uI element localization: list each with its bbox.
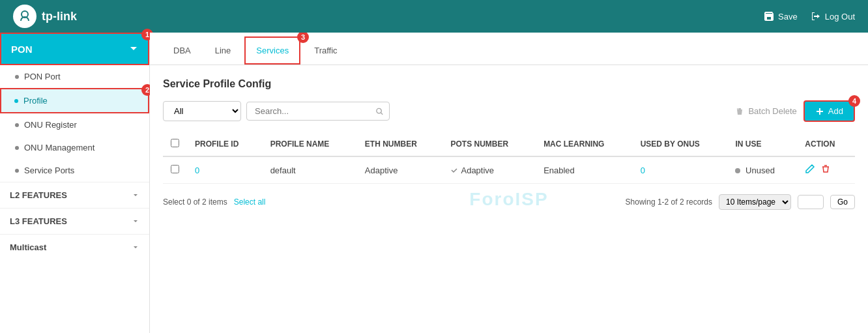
logout-label: Log Out <box>825 12 855 22</box>
add-label: Add <box>828 106 843 116</box>
sidebar-dropdown-label: PON <box>11 44 33 55</box>
header-actions: Save Log Out <box>764 11 855 22</box>
tab-dba[interactable]: DBA <box>163 38 201 65</box>
sidebar-pon-dropdown[interactable]: PON <box>0 33 149 65</box>
sidebar-item-onu-management[interactable]: ONU Management <box>0 136 149 159</box>
status-dot-icon <box>735 168 740 173</box>
sidebar-section-label: Multicast <box>10 242 46 252</box>
save-label: Save <box>778 12 798 22</box>
trash-icon <box>735 107 744 116</box>
delete-button[interactable] <box>820 164 831 177</box>
dot-icon <box>15 169 19 173</box>
col-pots-number: POTS NUMBER <box>442 132 536 156</box>
batch-delete-button[interactable]: Batch Delete <box>735 106 796 116</box>
cell-profile-id: 0 <box>187 156 263 184</box>
col-in-use: IN USE <box>727 132 797 156</box>
tab-bar: DBA Line Services 3 Traffic <box>150 33 868 65</box>
dot-icon <box>15 123 19 127</box>
used-by-onus-link[interactable]: 0 <box>641 166 645 175</box>
plus-icon <box>815 107 824 116</box>
page-input[interactable] <box>798 195 824 209</box>
toolbar-right: Batch Delete Add 4 <box>735 100 855 122</box>
sidebar-item-pon-port[interactable]: PON Port <box>0 65 149 88</box>
sidebar-section-multicast[interactable]: Multicast <box>0 234 149 260</box>
col-profile-id: PROFILE ID <box>187 132 263 156</box>
action-buttons <box>805 164 847 177</box>
sidebar-item-label: ONU Register <box>24 120 77 130</box>
select-count-label: Select 0 of 2 items <box>163 197 227 207</box>
row-checkbox-cell <box>163 156 187 184</box>
search-input[interactable] <box>252 102 375 120</box>
cell-eth-number: Adaptive <box>357 156 443 184</box>
sidebar-item-profile[interactable]: Profile <box>0 88 149 113</box>
delete-icon <box>820 164 831 174</box>
annotation-badge-4: 4 <box>848 95 860 107</box>
tab-line[interactable]: Line <box>205 38 242 65</box>
header: tp-link Save Log Out <box>0 0 868 33</box>
footer-right: Showing 1-2 of 2 records 10 Items/page G… <box>626 194 855 210</box>
row-checkbox[interactable] <box>171 165 179 173</box>
cell-mac-learning: Enabled <box>536 156 633 184</box>
table-footer: Select 0 of 2 items Select all Showing 1… <box>163 194 855 210</box>
search-box <box>246 102 390 121</box>
profile-id-link[interactable]: 0 <box>195 166 199 175</box>
sidebar-item-label: PON Port <box>24 72 61 81</box>
logo-icon <box>13 5 36 28</box>
batch-delete-label: Batch Delete <box>748 106 796 116</box>
toolbar-left: All <box>163 101 390 121</box>
showing-label: Showing 1-2 of 2 records <box>626 197 712 207</box>
cell-used-by-onus: 0 <box>633 156 728 184</box>
add-button[interactable]: Add <box>803 100 855 122</box>
table-header-row: PROFILE ID PROFILE NAME ETH NUMBER POTS … <box>163 132 855 156</box>
dot-icon <box>15 146 19 150</box>
page-title: Service Profile Config <box>163 78 855 90</box>
sidebar-item-label: Profile <box>23 96 48 106</box>
header-checkbox-col <box>163 132 187 156</box>
col-profile-name: PROFILE NAME <box>263 132 357 156</box>
main-layout: PON 1 PON Port Profile 2 ONU Register ON… <box>0 33 868 333</box>
filter-select[interactable]: All <box>163 101 241 121</box>
search-icon <box>375 107 384 116</box>
cell-pots-number: Adaptive <box>442 156 536 184</box>
edit-button[interactable] <box>805 164 815 177</box>
sidebar-section-label: L2 FEATURES <box>10 190 67 200</box>
tab-services[interactable]: Services <box>244 36 300 65</box>
col-used-by-onus: USED BY ONUS <box>633 132 728 156</box>
sidebar-section-l2[interactable]: L2 FEATURES <box>0 182 149 208</box>
data-table: PROFILE ID PROFILE NAME ETH NUMBER POTS … <box>163 132 855 184</box>
table-wrap: PROFILE ID PROFILE NAME ETH NUMBER POTS … <box>163 132 855 184</box>
cell-in-use: Unused <box>727 156 797 184</box>
sidebar-item-onu-register[interactable]: ONU Register <box>0 113 149 136</box>
sidebar-item-label: ONU Management <box>24 143 94 152</box>
col-eth-number: ETH NUMBER <box>357 132 443 156</box>
sidebar: PON 1 PON Port Profile 2 ONU Register ON… <box>0 33 150 333</box>
check-icon <box>450 166 458 174</box>
sidebar-section-label: L3 FEATURES <box>10 216 67 226</box>
cell-profile-name: default <box>263 156 357 184</box>
table-row: 0 default Adaptive Adaptive Enabled <box>163 156 855 184</box>
logo-text: tp-link <box>42 10 77 23</box>
toolbar: All Batch Delete <box>163 100 855 122</box>
select-all-checkbox[interactable] <box>171 139 179 147</box>
items-per-page: 10 Items/page <box>719 194 791 210</box>
sidebar-item-service-ports[interactable]: Service Ports <box>0 159 149 182</box>
dot-icon <box>14 99 18 103</box>
sidebar-section-l3[interactable]: L3 FEATURES <box>0 208 149 234</box>
footer-left: Select 0 of 2 items Select all <box>163 197 265 207</box>
cell-action <box>797 156 855 184</box>
logo: tp-link <box>13 5 77 28</box>
svg-point-1 <box>377 108 381 113</box>
sidebar-item-label: Service Ports <box>24 166 74 175</box>
logout-button[interactable]: Log Out <box>811 11 855 22</box>
content-area: ForoISP Service Profile Config All <box>150 65 868 333</box>
edit-icon <box>805 164 815 174</box>
go-button[interactable]: Go <box>830 195 855 209</box>
main-content: DBA Line Services 3 Traffic ForoISP Serv… <box>150 33 868 333</box>
items-per-page-select[interactable]: 10 Items/page <box>719 194 791 210</box>
col-action: ACTION <box>797 132 855 156</box>
col-mac-learning: MAC LEARNING <box>536 132 633 156</box>
select-all-link[interactable]: Select all <box>234 197 266 207</box>
save-button[interactable]: Save <box>764 11 798 22</box>
dot-icon <box>15 75 19 79</box>
tab-traffic[interactable]: Traffic <box>304 38 347 65</box>
